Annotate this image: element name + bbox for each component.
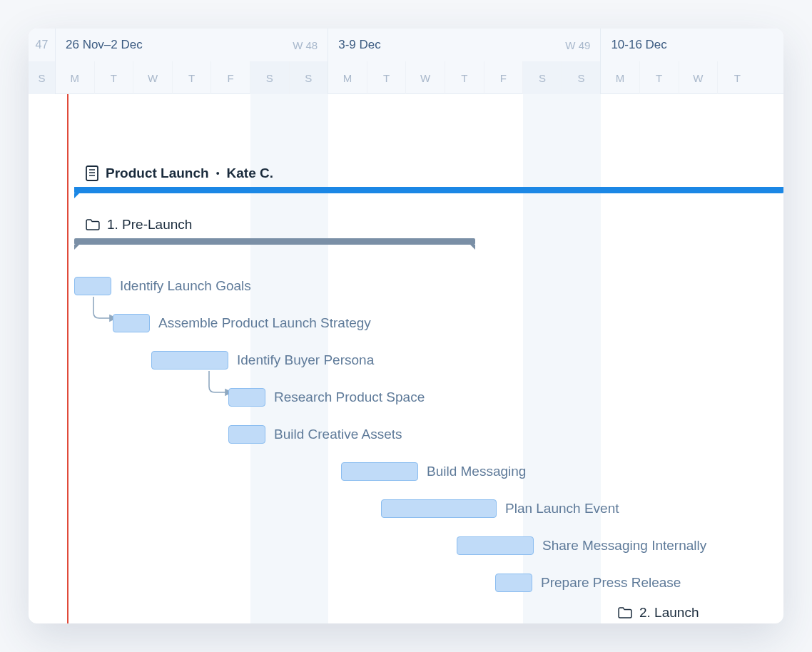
svg-rect-0 [86,166,98,180]
folder-title: 2. Launch [639,605,699,621]
day-cell: T [640,61,679,94]
day-cell: W [406,61,445,94]
day-cell: W [133,61,173,94]
task-bar[interactable] [228,388,265,407]
week-range-label: 26 Nov–2 Dec [66,38,143,52]
week-cell[interactable]: 10-16 Dec [601,29,783,61]
day-cell: M [601,61,640,94]
day-cell: M [328,61,367,94]
task-bar[interactable] [341,462,418,481]
project-title: Product Launch [106,165,209,181]
day-cell: W [679,61,719,94]
day-cell: T [173,61,212,94]
day-cell: S [29,61,56,94]
task-row[interactable]: Assemble Product Launch Strategy [113,314,371,332]
day-cell: F [484,61,524,94]
document-icon [86,165,98,181]
week-range-label: 10-16 Dec [611,38,666,52]
week-row: 47 26 Nov–2 Dec W 48 3-9 Dec W 49 10-16 … [29,29,783,61]
task-label: Prepare Press Release [541,575,681,591]
project-owner: Kate C. [227,165,273,181]
task-bar[interactable] [113,314,150,332]
task-bar[interactable] [151,351,228,370]
calendar-header: 47 26 Nov–2 Dec W 48 3-9 Dec W 49 10-16 … [29,29,783,94]
today-line [67,94,68,623]
task-row[interactable]: Plan Launch Event [381,499,619,518]
day-cell: S [250,61,290,94]
separator-dot: • [216,168,220,179]
task-row[interactable]: Build Creative Assets [228,425,402,444]
day-cell: M [56,61,95,94]
day-cell: T [367,61,407,94]
task-bar[interactable] [74,277,111,295]
task-row[interactable]: Build Messaging [341,462,526,481]
task-row[interactable]: Identify Buyer Persona [151,351,374,370]
task-bar[interactable] [381,499,497,518]
task-row[interactable]: Prepare Press Release [495,574,681,592]
folder-header[interactable]: 2. Launch [618,605,699,621]
folder-title: 1. Pre-Launch [107,217,192,233]
gantt-window: 47 26 Nov–2 Dec W 48 3-9 Dec W 49 10-16 … [29,29,783,623]
day-cell: T [95,61,134,94]
project-header[interactable]: Product Launch • Kate C. [86,165,783,181]
project-summary-bar[interactable] [74,187,783,193]
week-number: W 48 [293,39,318,51]
folder-summary-bar[interactable] [74,238,475,245]
task-label: Build Creative Assets [274,427,402,442]
folder-icon [86,219,100,230]
task-label: Build Messaging [427,464,526,479]
prev-week-num: 47 [29,29,56,61]
folder-header[interactable]: 1. Pre-Launch [86,217,192,233]
week-cell[interactable]: 3-9 Dec W 49 [328,29,601,61]
week-number: W 49 [565,39,590,51]
task-row[interactable]: Share Messaging Internally [457,536,706,555]
week-cell[interactable]: 26 Nov–2 Dec W 48 [56,29,328,61]
day-cell: T [445,61,484,94]
task-row[interactable]: Research Product Space [228,388,425,407]
task-label: Share Messaging Internally [542,538,706,554]
day-cell: S [562,61,602,94]
task-bar[interactable] [228,425,265,444]
folder-icon [618,607,632,618]
day-cell: F [211,61,250,94]
task-label: Plan Launch Event [505,501,619,516]
day-cell: S [523,61,562,94]
task-bar[interactable] [457,536,534,555]
task-label: Assemble Product Launch Strategy [158,315,371,331]
task-label: Research Product Space [274,389,425,405]
task-label: Identify Launch Goals [120,278,251,294]
week-range-label: 3-9 Dec [338,38,381,52]
gantt-body[interactable]: Product Launch • Kate C. 1. Pre-Launch I… [29,94,783,623]
day-cell: T [718,61,757,94]
day-row: S M T W T F S S M T W T F S S M T W T [29,61,783,94]
day-cell: S [290,61,329,94]
task-row[interactable]: Identify Launch Goals [74,277,251,295]
task-label: Identify Buyer Persona [237,352,374,368]
task-bar[interactable] [495,574,532,592]
